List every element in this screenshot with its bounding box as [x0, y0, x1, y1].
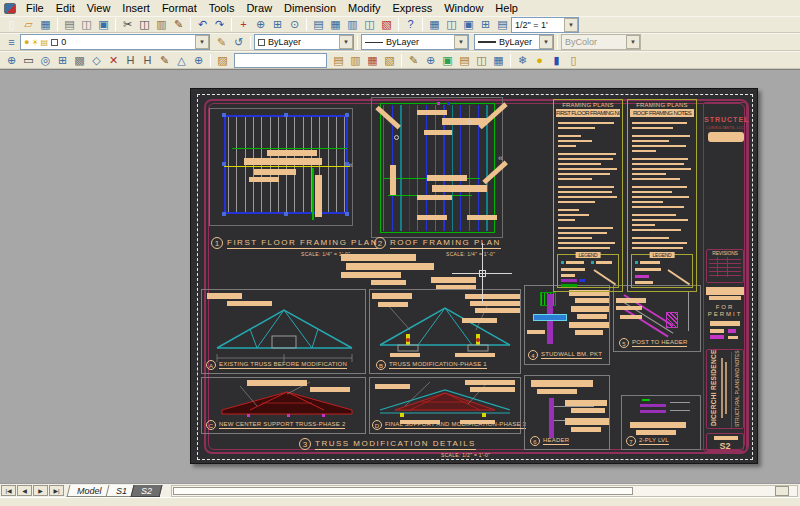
decor: [222, 212, 226, 216]
properties-icon[interactable]: ▤: [310, 17, 327, 32]
layer-walk-icon[interactable]: ▦: [490, 53, 507, 68]
layer-combo[interactable]: ● ☀ ▤ 0 ▼: [20, 34, 210, 50]
measure-icon[interactable]: ✎: [156, 53, 173, 68]
sheet-number-box: S2: [706, 433, 744, 451]
layers-icon[interactable]: ≡: [3, 35, 20, 50]
viewport-2-icon[interactable]: ▣: [460, 17, 477, 32]
note-line: [558, 227, 613, 229]
layer-color-swatch: [51, 39, 58, 46]
menu-item-edit[interactable]: Edit: [50, 1, 81, 15]
layer-isolate-icon[interactable]: ▣: [439, 53, 456, 68]
menu-item-insert[interactable]: Insert: [116, 1, 156, 15]
decor: ▯▱▦▤◫▣✂◫▥✎↶↷+⊕⊞⊙▤▦▥◫▧?: [3, 17, 419, 32]
new-icon[interactable]: ▯: [3, 17, 20, 32]
decor: [635, 261, 638, 264]
layer-previous-icon[interactable]: ↺: [230, 35, 247, 50]
drawing-canvas[interactable]: « 1 FIRST FLOOR FRAMING PLAN SCALE: 1/4"…: [0, 69, 800, 483]
tab-prev-button[interactable]: ◀: [17, 485, 32, 496]
layer-on-icon[interactable]: ●: [531, 53, 548, 68]
polygon-viewport-icon[interactable]: ◇: [88, 53, 105, 68]
copy-to-layer-icon[interactable]: ◫: [473, 53, 490, 68]
viewport-scale-field[interactable]: [234, 53, 327, 68]
save-icon[interactable]: ▦: [37, 17, 54, 32]
decor: [632, 122, 693, 251]
layer-match-icon[interactable]: ✎: [405, 53, 422, 68]
zoom-window-icon[interactable]: ⊕: [3, 53, 20, 68]
viewport-4-icon[interactable]: ⊞: [477, 17, 494, 32]
stretch-right-icon[interactable]: H: [139, 53, 156, 68]
triangle-icon[interactable]: △: [173, 53, 190, 68]
paste-icon[interactable]: ▥: [153, 17, 170, 32]
designcenter-icon[interactable]: ▦: [327, 17, 344, 32]
named-views-icon[interactable]: ▦: [426, 17, 443, 32]
zoom-previous-icon[interactable]: ⊙: [286, 17, 303, 32]
menu-item-format[interactable]: Format: [156, 1, 203, 15]
layer-unisolate-icon[interactable]: ▤: [456, 53, 473, 68]
tab-first-button[interactable]: |◀: [1, 485, 16, 496]
stretch-left-icon[interactable]: H: [122, 53, 139, 68]
horizontal-scrollbar[interactable]: [171, 485, 798, 497]
viewports-grid-icon[interactable]: ⊞: [54, 53, 71, 68]
plot-preview-icon[interactable]: ◫: [78, 17, 95, 32]
redo-icon[interactable]: ↷: [211, 17, 228, 32]
zoom-window-icon[interactable]: ⊞: [269, 17, 286, 32]
lock-icon[interactable]: ▮: [548, 53, 565, 68]
xref-attach-icon[interactable]: ▤: [330, 53, 347, 68]
image-attach-icon[interactable]: ▦: [364, 53, 381, 68]
decor: FIRST FLOOR FRAMING PLAN: [227, 238, 378, 249]
layer-freeze-icon[interactable]: ❄: [514, 53, 531, 68]
viewport-join-icon[interactable]: ▤: [494, 17, 511, 32]
cut-icon[interactable]: ✂: [119, 17, 136, 32]
project-box: DICERCHI RESIDENCE STRUCTURAL PLANS AND …: [706, 349, 744, 429]
sheetset-manager-icon[interactable]: ◫: [361, 17, 378, 32]
viewports-dialog-icon[interactable]: ◫: [443, 17, 460, 32]
tab-s2[interactable]: S2: [130, 485, 162, 497]
tab-next-button[interactable]: ▶: [33, 485, 48, 496]
plot-icon[interactable]: ▤: [61, 17, 78, 32]
hatch-icon[interactable]: ▩: [71, 53, 88, 68]
lineweight-combo[interactable]: ByLayer▼: [474, 34, 554, 50]
markup-icon[interactable]: ▧: [378, 17, 395, 32]
viewport-single-icon[interactable]: ▭: [20, 53, 37, 68]
match-properties-icon[interactable]: ✎: [170, 17, 187, 32]
scrollbar-thumb[interactable]: [173, 487, 633, 495]
change-to-current-layer-icon[interactable]: ⊕: [422, 53, 439, 68]
linetype-combo[interactable]: ByLayer▼: [361, 34, 469, 50]
publish-icon[interactable]: ▣: [95, 17, 112, 32]
xref-manager-icon[interactable]: ▧: [381, 53, 398, 68]
edit-scale-icon[interactable]: ▨: [214, 53, 231, 68]
decor: [310, 387, 350, 392]
note-line: [558, 214, 589, 216]
help-icon[interactable]: ?: [402, 17, 419, 32]
scrollbar-right-button[interactable]: [775, 486, 789, 496]
xref-icon[interactable]: ▥: [347, 53, 364, 68]
standard-toolbar: ▯▱▦▤◫▣✂◫▥✎↶↷+⊕⊞⊙▤▦▥◫▧? ▦◫▣⊞▤ 1/2" = 1'▼: [0, 16, 800, 33]
tool-palettes-icon[interactable]: ▥: [344, 17, 361, 32]
donut-icon[interactable]: ◎: [37, 53, 54, 68]
detail-panel-header: 6 HEADER: [524, 375, 610, 450]
menu-item-express[interactable]: Express: [386, 1, 438, 15]
menu-item-draw[interactable]: Draw: [240, 1, 278, 15]
menu-item-tools[interactable]: Tools: [203, 1, 241, 15]
pan-icon[interactable]: +: [235, 17, 252, 32]
menu-item-view[interactable]: View: [81, 1, 117, 15]
copy-icon[interactable]: ◫: [136, 17, 153, 32]
menu-item-file[interactable]: File: [20, 1, 50, 15]
viewport-scale-combo[interactable]: 1/2" = 1'▼: [511, 17, 579, 33]
layer-manager-icon[interactable]: ✎: [213, 35, 230, 50]
legend-box: LEGEND: [557, 254, 619, 288]
zoom-realtime-icon[interactable]: ⊕: [252, 17, 269, 32]
open-icon[interactable]: ▱: [20, 17, 37, 32]
menu-item-modify[interactable]: Modify: [342, 1, 386, 15]
menu-item-dimension[interactable]: Dimension: [278, 1, 342, 15]
tab-last-button[interactable]: ▶|: [49, 485, 64, 496]
undo-icon[interactable]: ↶: [194, 17, 211, 32]
menu-item-help[interactable]: Help: [489, 1, 524, 15]
redline-icon[interactable]: ✕: [105, 53, 122, 68]
decor: [390, 353, 420, 357]
command-strip: [0, 497, 800, 506]
unlock-icon[interactable]: ▯: [565, 53, 582, 68]
menu-item-window[interactable]: Window: [438, 1, 489, 15]
zoom-icon[interactable]: ⊕: [190, 53, 207, 68]
color-combo[interactable]: ByLayer▼: [254, 34, 354, 50]
